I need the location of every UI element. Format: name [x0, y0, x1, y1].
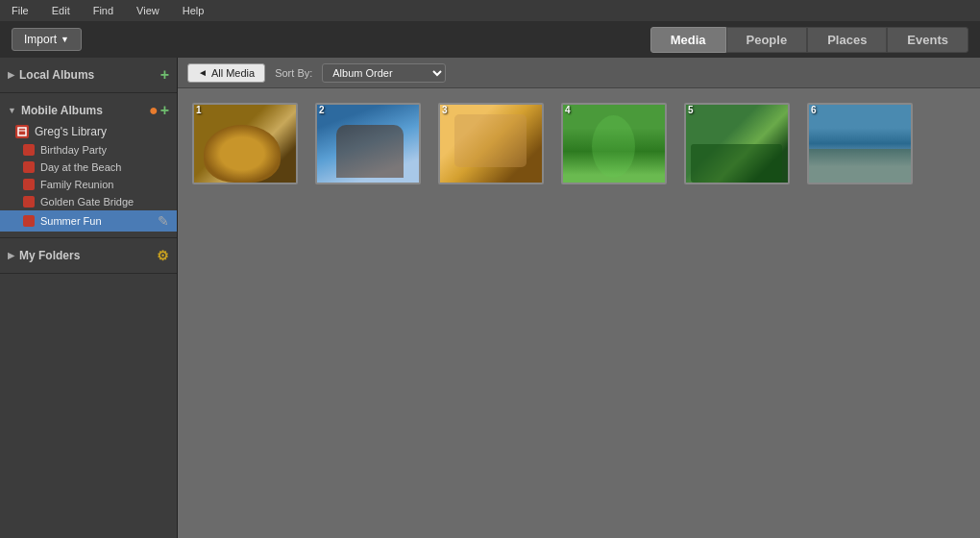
- menu-view[interactable]: View: [133, 3, 163, 18]
- photo-4-inner: [563, 105, 665, 183]
- photo-2[interactable]: 2: [315, 103, 421, 184]
- my-folders-section: ▶ My Folders ⚙: [0, 238, 177, 274]
- photo-2-image: [315, 103, 421, 184]
- tab-media[interactable]: Media: [650, 27, 726, 53]
- mobile-albums-add-icon[interactable]: +: [160, 103, 169, 118]
- menu-bar: File Edit Find View Help: [0, 0, 980, 21]
- photo-5[interactable]: 5: [684, 103, 790, 184]
- album-icon-reunion: [23, 179, 35, 190]
- menu-find[interactable]: Find: [89, 3, 117, 18]
- menu-file[interactable]: File: [8, 3, 33, 18]
- album-birthday-party[interactable]: Birthday Party: [0, 141, 177, 159]
- photo-2-number: 2: [319, 105, 325, 115]
- all-media-button[interactable]: ◄ All Media: [187, 63, 265, 83]
- mobile-albums-orange-icon[interactable]: ●: [149, 103, 159, 118]
- photo-3[interactable]: 3: [438, 103, 544, 184]
- photo-2-inner: [317, 105, 419, 183]
- menu-edit[interactable]: Edit: [48, 3, 74, 18]
- tab-places[interactable]: Places: [807, 27, 887, 53]
- photo-6-inner: [809, 105, 911, 183]
- local-albums-add-icon[interactable]: +: [160, 67, 169, 83]
- filter-bar: ◄ All Media Sort By: Album Order Date (N…: [178, 58, 980, 88]
- album-icon-birthday: [23, 144, 35, 156]
- photo-4-number: 4: [565, 105, 571, 115]
- local-albums-label: Local Albums: [19, 68, 94, 82]
- svg-rect-0: [18, 128, 26, 135]
- photo-grid: 1 2 3 4: [178, 88, 980, 538]
- photo-3-inner: [440, 105, 542, 183]
- library-icon: [15, 125, 29, 138]
- mobile-albums-icons: ● +: [147, 103, 169, 118]
- local-albums-section: ▶ Local Albums +: [0, 58, 177, 93]
- album-icon-summer: [23, 215, 35, 227]
- tab-people[interactable]: People: [726, 27, 808, 53]
- tab-events[interactable]: Events: [887, 27, 968, 53]
- photo-1-number: 1: [196, 105, 202, 115]
- album-label-beach: Day at the Beach: [40, 161, 169, 173]
- mobile-albums-section: ▼ Mobile Albums ● + Greg's Library Birth…: [0, 93, 177, 238]
- album-day-beach[interactable]: Day at the Beach: [0, 159, 177, 176]
- album-label-reunion: Family Reunion: [40, 179, 169, 190]
- my-folders-label: My Folders: [19, 249, 80, 262]
- toolbar: Import ▼ Media People Places Events: [0, 21, 980, 58]
- photo-4[interactable]: 4: [561, 103, 667, 184]
- photo-1[interactable]: 1: [192, 103, 298, 184]
- photo-5-number: 5: [688, 105, 694, 115]
- mobile-albums-header[interactable]: ▼ Mobile Albums ● +: [0, 99, 177, 122]
- menu-help[interactable]: Help: [179, 3, 208, 18]
- view-tabs: Media People Places Events: [650, 27, 968, 53]
- main-content: ◄ All Media Sort By: Album Order Date (N…: [178, 58, 980, 538]
- all-media-label: All Media: [211, 67, 255, 79]
- photo-1-image: [192, 103, 298, 184]
- album-label-golden-gate: Golden Gate Bridge: [40, 196, 169, 208]
- album-summer-fun[interactable]: Summer Fun ✎: [0, 210, 177, 232]
- import-arrow: ▼: [61, 35, 69, 44]
- sort-select[interactable]: Album Order Date (Newest First) Date (Ol…: [322, 63, 446, 83]
- photo-3-number: 3: [442, 105, 448, 115]
- my-folders-icon: ⚙: [157, 248, 169, 263]
- sort-by-label: Sort By:: [275, 67, 312, 79]
- photo-4-image: [561, 103, 667, 184]
- import-button[interactable]: Import ▼: [12, 28, 82, 51]
- photo-3-image: [438, 103, 544, 184]
- sidebar: ▶ Local Albums + ▼ Mobile Albums ● + Gre…: [0, 58, 178, 538]
- mobile-albums-label: Mobile Albums: [21, 104, 103, 117]
- album-edit-icon[interactable]: ✎: [158, 213, 169, 229]
- back-arrow-icon: ◄: [198, 67, 208, 78]
- photo-6-image: [807, 103, 913, 184]
- my-folders-header[interactable]: ▶ My Folders ⚙: [0, 244, 177, 267]
- album-label-summer: Summer Fun: [40, 215, 154, 227]
- library-label: Greg's Library: [35, 125, 107, 138]
- content-area: ▶ Local Albums + ▼ Mobile Albums ● + Gre…: [0, 58, 980, 538]
- photo-6[interactable]: 6: [807, 103, 913, 184]
- album-icon-beach: [23, 161, 35, 173]
- photo-1-inner: [194, 105, 296, 183]
- album-label-birthday: Birthday Party: [40, 144, 169, 156]
- mobile-albums-chevron: ▼: [8, 106, 16, 115]
- photo-5-inner: [686, 105, 788, 183]
- import-label: Import: [24, 33, 57, 46]
- album-family-reunion[interactable]: Family Reunion: [0, 176, 177, 193]
- gregs-library[interactable]: Greg's Library: [0, 122, 177, 141]
- photo-5-image: [684, 103, 790, 184]
- local-albums-chevron: ▶: [8, 70, 14, 80]
- album-golden-gate[interactable]: Golden Gate Bridge: [0, 193, 177, 210]
- photo-6-number: 6: [811, 105, 817, 115]
- my-folders-chevron: ▶: [8, 251, 14, 260]
- album-icon-golden-gate: [23, 196, 35, 208]
- local-albums-header[interactable]: ▶ Local Albums +: [0, 63, 177, 86]
